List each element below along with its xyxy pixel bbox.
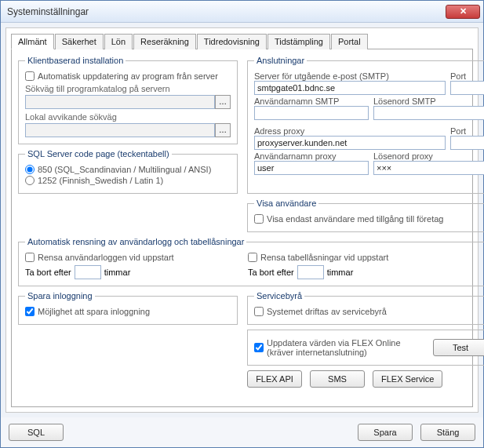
spara-inloggning-label: Möjlighet att spara inloggning [38,307,150,316]
tab-sakerhet[interactable]: Säkerhet [55,34,104,49]
tabort-lock-input[interactable] [297,265,324,279]
tab-allmant[interactable]: Allmänt [11,34,54,49]
rensa-log-label: Rensa användarloggen vid uppstart [38,253,174,262]
content-area: Allmänt Säkerhet Lön Reseräkning Tidredo… [5,27,479,413]
tab-panel: Klientbaserad installation Automatisk up… [11,49,473,407]
sms-button[interactable]: SMS [310,370,365,388]
group-codepage: SQL Server code page (teckentabell) 850 … [18,149,238,194]
proxy-port-input[interactable] [450,136,484,150]
rensa-lock-label: Rensa tabellåsningar vid uppstart [260,253,388,262]
smtp-port-label: Port [450,71,484,81]
auto-update-label: Automatisk uppdatering av program från s… [38,71,218,81]
flex-api-button[interactable]: FLEX API [247,370,302,388]
window-title: Systeminställningar [7,6,446,17]
group-rensning-legend: Automatisk rensning av användarlogg och … [25,237,246,246]
group-spara-inloggning: Spara inloggning Möjlighet att spara inl… [18,291,238,325]
test-button[interactable]: Test [433,339,484,356]
flex-update-label: Uppdatera värden via FLEX Online (kräver… [267,338,408,357]
smtp-pass-input[interactable] [373,106,484,120]
titlebar: Systeminställningar ✕ [1,1,483,23]
tab-lon[interactable]: Lön [104,34,133,49]
close-button[interactable]: ✕ [446,5,480,19]
servicebyra-checkbox[interactable] [254,307,264,316]
stang-button[interactable]: Stäng [420,424,475,441]
codepage-1252-radio[interactable] [25,176,35,185]
servicebyra-label: Systemet driftas av servicebyrå [267,307,387,316]
visa-only-label: Visa endast användare med tillgång till … [267,214,443,224]
rensa-log-checkbox[interactable] [25,253,35,262]
smtp-server-label: Server för utgående e-post (SMTP) [254,71,446,81]
visa-only-checkbox[interactable] [254,214,264,224]
group-anslutningar-legend: Anslutningar [254,56,307,65]
tab-tidredovisning[interactable]: Tidredovisning [197,34,267,49]
tab-tidstampling[interactable]: Tidstämpling [267,34,330,49]
path-input[interactable] [25,95,215,109]
tab-reserakning[interactable]: Reseräkning [133,34,196,49]
smtp-server-input[interactable] [254,81,446,95]
codepage-1252-label: 1252 (Finnish_Swedish / Latin 1) [38,176,163,185]
bottom-bar: SQL Spara Stäng [1,417,483,447]
local-path-input[interactable] [25,123,215,137]
close-icon: ✕ [460,6,467,16]
codepage-850-label: 850 (SQL_Scandinavian / Multilingual / A… [38,165,211,174]
flex-update-checkbox[interactable] [254,343,264,352]
proxy-pass-label: Lösenord proxy [373,151,484,161]
auto-update-checkbox[interactable] [25,71,35,81]
proxy-port-label: Port [450,126,484,136]
smtp-user-label: Användarnamn SMTP [254,97,369,106]
group-servicebyra-legend: Servicebyrå [254,291,304,300]
tabort-log-input[interactable] [75,265,101,279]
tabort-lock-label: Ta bort efter [248,268,294,277]
flex-service-button[interactable]: FLEX Service [373,370,442,388]
local-path-browse-button[interactable]: … [215,123,231,137]
proxy-addr-input[interactable] [254,136,446,150]
spara-button[interactable]: Spara [358,424,413,441]
proxy-pass-input[interactable] [373,161,484,175]
group-klient-legend: Klientbaserad installation [25,56,126,65]
spara-inloggning-checkbox[interactable] [25,307,35,316]
path-label: Sökväg till programkatalog på servern [25,84,231,93]
group-codepage-legend: SQL Server code page (teckentabell) [25,149,172,158]
smtp-port-input[interactable] [450,81,484,95]
tabort-log-label: Ta bort efter [25,268,71,277]
proxy-user-input[interactable] [254,161,369,175]
proxy-user-label: Användarnamn proxy [254,151,369,161]
proxy-addr-label: Adress proxy [254,126,446,136]
group-klient: Klientbaserad installation Automatisk up… [18,56,238,144]
tabstrip: Allmänt Säkerhet Lön Reseräkning Tidredo… [11,34,473,49]
local-path-label: Lokal avvikande sökväg [25,112,231,122]
timmar-lock-label: timmar [327,268,354,277]
rensa-lock-checkbox[interactable] [248,253,257,262]
group-servicebyra: Servicebyrå Systemet driftas av serviceb… [247,291,484,325]
group-anslutningar: Anslutningar Server för utgående e-post … [247,56,484,194]
group-visa-legend: Visa användare [254,199,318,208]
smtp-pass-label: Lösenord SMTP [373,97,484,106]
tab-portal[interactable]: Portal [331,34,368,49]
codepage-850-radio[interactable] [25,165,35,174]
smtp-user-input[interactable] [254,106,369,120]
sql-button[interactable]: SQL [9,424,64,441]
group-visa: Visa användare Visa endast användare med… [247,199,484,232]
settings-window: Systeminställningar ✕ Allmänt Säkerhet L… [0,0,484,448]
timmar-log-label: timmar [104,268,131,277]
path-browse-button[interactable]: … [215,95,231,109]
flex-button-row: FLEX API SMS FLEX Service [247,370,484,388]
flex-update-panel: Uppdatera värden via FLEX Online (kräver… [247,330,484,366]
group-rensning: Automatisk rensning av användarlogg och … [18,237,484,286]
group-spara-inloggning-legend: Spara inloggning [25,291,95,300]
